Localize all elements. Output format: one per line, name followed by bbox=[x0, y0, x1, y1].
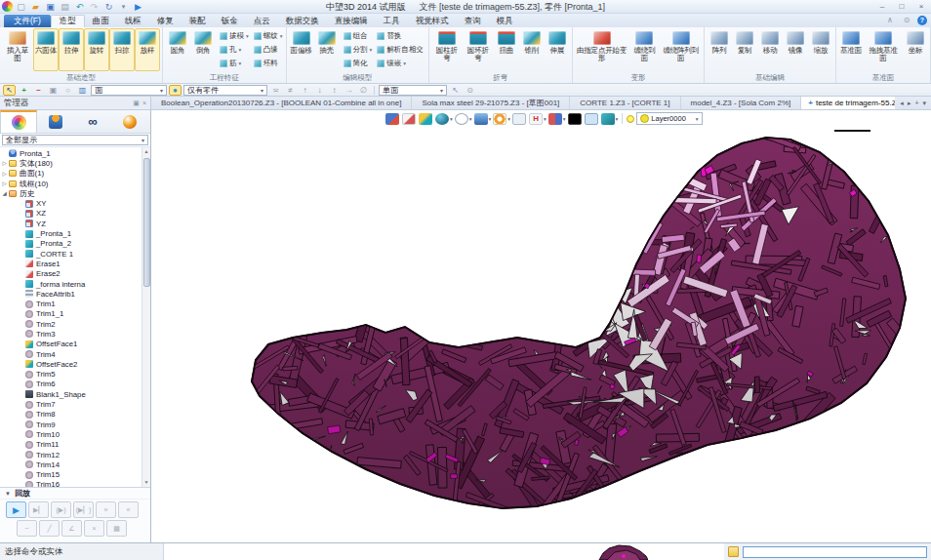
hole-button[interactable]: 孔 ▾ bbox=[219, 43, 250, 57]
tree-item[interactable]: Trim1_1 bbox=[1, 309, 141, 319]
inlay-button[interactable]: 镶嵌 ▾ bbox=[376, 57, 426, 70]
expand-icon[interactable]: ▷ bbox=[1, 160, 8, 166]
menu-tab-mold[interactable]: 模具 bbox=[489, 15, 521, 27]
pick-range-icon[interactable]: ↕ bbox=[328, 85, 341, 96]
tree-item[interactable]: Trim15 bbox=[1, 470, 141, 480]
doc-tab-model-4[interactable]: model_4.Z3 - [Sola Com 2%] bbox=[681, 97, 802, 109]
copy-button[interactable]: 复制 bbox=[732, 28, 757, 71]
tree-item[interactable]: Trim11 bbox=[1, 440, 141, 450]
doc-tab-teste-de-trimagem[interactable]: + teste de trimagem-55.Z3 - [Pronta_1] × bbox=[801, 97, 895, 109]
manager-close-icon[interactable]: × bbox=[142, 100, 146, 107]
tree-item[interactable]: YZ bbox=[1, 219, 141, 228]
tree-item[interactable]: _CORTE 1 bbox=[1, 249, 141, 259]
assembly-manager-tab[interactable] bbox=[37, 110, 74, 133]
doc-tab-corte-1[interactable]: CORTE 1.Z3 - [CORTE 1] bbox=[570, 97, 680, 109]
tree-item[interactable]: Trim16 bbox=[1, 480, 141, 488]
minimize-button[interactable]: – bbox=[874, 1, 890, 12]
pattern-button[interactable]: 阵列 bbox=[707, 28, 732, 71]
tree-item[interactable]: ▷ 线框(10) bbox=[1, 179, 141, 188]
menu-tab-data-exchange[interactable]: 数据交换 bbox=[278, 15, 327, 27]
tree-item[interactable]: ▷ 实体(180) bbox=[1, 158, 141, 168]
tree-item[interactable]: _Pronta_1 bbox=[1, 228, 141, 238]
no-filter-icon[interactable]: ∅ bbox=[357, 85, 370, 96]
pick-options-icon[interactable]: ⊙ bbox=[464, 85, 476, 96]
print-icon[interactable]: ▤ bbox=[59, 1, 71, 12]
thread-button[interactable]: 螺纹 ▾ bbox=[253, 29, 284, 43]
pick-prev-icon[interactable]: ↓ bbox=[313, 85, 326, 96]
background-blue-swatch[interactable] bbox=[585, 113, 598, 125]
menu-tab-shape[interactable]: 造型 bbox=[51, 15, 85, 27]
shell-button[interactable]: 抽壳 bbox=[314, 28, 340, 71]
menu-tab-wireframe[interactable]: 线框 bbox=[117, 15, 149, 27]
tree-item[interactable]: Trim9 bbox=[1, 420, 141, 429]
tree-item[interactable]: Erase1 bbox=[1, 259, 141, 268]
tree-item[interactable]: FaceAttrib1 bbox=[1, 289, 141, 299]
pick-add-icon[interactable]: ↖ bbox=[449, 85, 462, 96]
doc-tab-boolean-operation[interactable]: Boolean_Operation20130726.Z3 - [BOOLEAN … bbox=[151, 97, 412, 109]
twist-button[interactable]: 扭曲 bbox=[494, 28, 519, 71]
remove-pick-icon[interactable]: − bbox=[32, 85, 45, 96]
image-plane-button[interactable]: ▩ bbox=[106, 520, 127, 537]
collapse-ribbon-icon[interactable]: ∧ bbox=[884, 15, 896, 25]
fast-forward-button[interactable]: » bbox=[96, 501, 116, 518]
rewind-button[interactable]: « bbox=[118, 501, 139, 518]
face-mode-select[interactable]: 单面 bbox=[379, 85, 447, 96]
viewport-canvas[interactable]: ▾ ▾ ▾ ▾ bbox=[151, 110, 931, 542]
help-icon[interactable]: ? bbox=[917, 16, 927, 25]
tabs-add-icon[interactable]: + bbox=[914, 100, 918, 106]
face-display-icon[interactable] bbox=[601, 113, 615, 125]
restore-button[interactable]: □ bbox=[894, 1, 910, 12]
tree-item[interactable]: XZ bbox=[1, 209, 141, 219]
tree-item[interactable]: Trim12 bbox=[1, 450, 141, 460]
scroll-up-icon[interactable]: ▲ bbox=[144, 147, 149, 156]
taper-button[interactable]: 锥削 bbox=[519, 28, 545, 71]
insert-sketch-button[interactable]: 插入草图 bbox=[2, 28, 33, 71]
expand-icon[interactable]: ▷ bbox=[1, 171, 8, 177]
tree-item[interactable]: OffsetFace2 bbox=[1, 359, 141, 369]
tree-item[interactable]: Trim1 bbox=[1, 299, 141, 308]
close-button[interactable]: × bbox=[913, 1, 929, 12]
display-attributes-icon[interactable] bbox=[548, 113, 562, 125]
pick-first-icon[interactable]: ↑ bbox=[299, 85, 311, 96]
visualize-manager-tab[interactable]: ∞ bbox=[74, 110, 111, 133]
cylindrical-bend-button[interactable]: 圆柱折弯 bbox=[431, 28, 463, 71]
wrap-to-face-button[interactable]: 缠绕到面 bbox=[628, 28, 660, 71]
pick-chart-icon[interactable]: ▥ bbox=[76, 85, 89, 96]
tree-item[interactable]: XY bbox=[1, 198, 141, 208]
3d-model[interactable] bbox=[151, 110, 931, 542]
scope-filter-select[interactable]: 仅有零件 bbox=[183, 85, 267, 96]
stock-button[interactable]: 坯料 bbox=[253, 57, 284, 70]
erase-entity-icon[interactable] bbox=[402, 113, 416, 125]
manager-pin-icon[interactable]: ▣ bbox=[133, 100, 140, 107]
step-play-button[interactable]: (▶) bbox=[51, 501, 71, 518]
menu-tab-assembly[interactable]: 装配 bbox=[182, 15, 214, 27]
tree-filter-select[interactable]: 全部显示 bbox=[2, 135, 148, 145]
tree-item[interactable]: Trim7 bbox=[1, 399, 141, 409]
menu-tab-inquire[interactable]: 查询 bbox=[457, 15, 489, 27]
scroll-thumb[interactable] bbox=[143, 158, 150, 287]
layer-visibility-bulb-icon[interactable] bbox=[627, 115, 634, 123]
regen-icon[interactable]: ↻ bbox=[102, 1, 115, 12]
zoom-window-icon[interactable] bbox=[512, 113, 526, 125]
flange-button[interactable]: 凸缘 bbox=[253, 43, 284, 57]
rib-button[interactable]: 筋 ▾ bbox=[219, 57, 250, 70]
move-button[interactable]: 移动 bbox=[757, 28, 783, 71]
menu-tab-direct-edit[interactable]: 直接编辑 bbox=[327, 15, 376, 27]
pick-cursor-icon[interactable]: ↖ bbox=[3, 85, 16, 96]
tree-item[interactable]: Trim10 bbox=[1, 429, 141, 439]
menu-tab-pointcloud[interactable]: 点云 bbox=[246, 15, 278, 27]
section-view-icon[interactable]: H bbox=[529, 113, 543, 125]
settings-icon[interactable]: ⊙ bbox=[901, 15, 912, 25]
combine-button[interactable]: 组合 bbox=[343, 29, 374, 43]
history-manager-tab[interactable] bbox=[0, 110, 37, 133]
resolve-self-intersection-button[interactable]: 解析自相交 bbox=[376, 43, 426, 57]
scale-button[interactable]: 缩放 bbox=[808, 28, 833, 71]
tabs-next-icon[interactable]: ▸ bbox=[908, 100, 911, 107]
doc-tab-sola-max-steel[interactable]: Sola max steel 29-21075.Z3 - [草图001] bbox=[412, 97, 570, 109]
loft-button[interactable]: 放样 bbox=[135, 28, 160, 71]
tree-item[interactable]: Trim4 bbox=[1, 349, 141, 359]
menu-tab-sheetmetal[interactable]: 钣金 bbox=[214, 15, 246, 27]
tabs-menu-icon[interactable]: ▾ bbox=[922, 100, 926, 107]
render-manager-tab[interactable] bbox=[111, 110, 148, 133]
angle-tool-button[interactable]: ∠ bbox=[61, 520, 82, 537]
